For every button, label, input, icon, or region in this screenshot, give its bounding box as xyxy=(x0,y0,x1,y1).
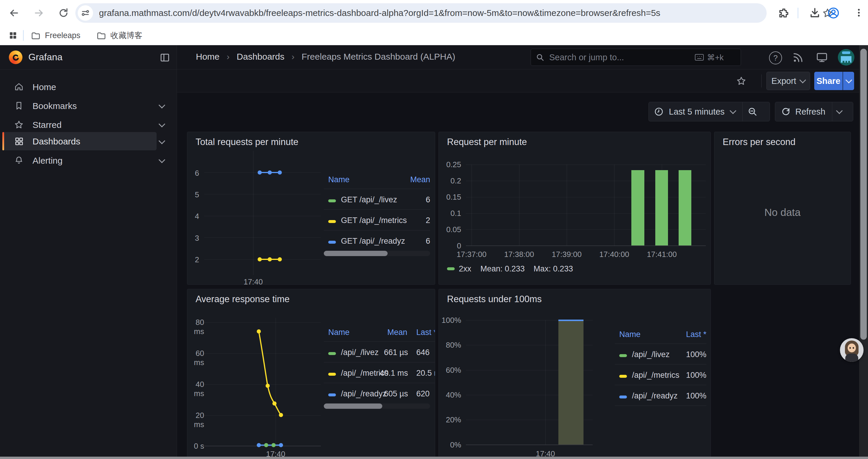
data-point xyxy=(279,413,283,417)
news-rss-icon[interactable] xyxy=(793,52,804,63)
legend-series-mean: 40.1 ms xyxy=(377,369,408,378)
chevron-down-icon[interactable] xyxy=(159,138,165,144)
y-tick: 20% xyxy=(439,415,461,424)
apps-grid-icon[interactable] xyxy=(8,31,18,40)
legend-header-last[interactable]: Last * xyxy=(416,328,435,337)
bookmark-folder-blogs[interactable]: 收藏博客 xyxy=(96,30,143,41)
refresh-icon xyxy=(781,107,790,117)
legend-header-last[interactable]: Last * xyxy=(686,330,706,339)
legend-scrollbar-thumb[interactable] xyxy=(324,251,388,256)
legend-series-name[interactable]: GET /api/_/metrics xyxy=(341,216,407,225)
legend-scrollbar[interactable] xyxy=(324,403,430,409)
bar-2xx[interactable] xyxy=(679,170,691,245)
sidebar-item-bookmarks[interactable]: Bookmarks xyxy=(2,97,157,114)
time-range-picker[interactable]: Last 5 minutes xyxy=(649,102,770,121)
legend-scrollbar[interactable] xyxy=(324,251,430,256)
panel-title[interactable]: Request per minute xyxy=(447,137,527,147)
legend-series-name[interactable]: /api/_/readyz xyxy=(632,391,678,400)
panel-total-requests[interactable]: Total requests per minute 6 5 4 3 2 xyxy=(187,132,435,285)
area-bar-100pct[interactable] xyxy=(558,320,584,445)
breadcrumb-home[interactable]: Home xyxy=(196,52,219,62)
profile-icon[interactable] xyxy=(827,7,840,19)
page-scrollbar-thumb[interactable] xyxy=(860,49,867,340)
extensions-icon[interactable] xyxy=(778,7,790,19)
panel-avg-response-time[interactable]: Average response time 80 ms 60 ms 40 ms … xyxy=(187,289,435,457)
plot-area[interactable] xyxy=(204,318,321,446)
chevron-down-icon[interactable] xyxy=(159,157,165,163)
panel-title[interactable]: Requests under 100ms xyxy=(447,294,542,304)
panel-errors-per-second[interactable]: Errors per second No data xyxy=(714,132,851,285)
data-point xyxy=(257,443,261,447)
legend-header-name[interactable]: Name xyxy=(328,328,349,337)
plot-area[interactable] xyxy=(466,319,593,445)
chevron-down-icon[interactable] xyxy=(159,102,165,109)
legend-series-name[interactable]: GET /api/_/livez xyxy=(341,195,397,204)
help-icon[interactable]: ? xyxy=(769,52,782,64)
legend-series-name[interactable]: 2xx xyxy=(459,264,471,273)
monitor-icon[interactable] xyxy=(816,52,828,63)
assistant-avatar-overlay[interactable] xyxy=(840,338,864,362)
reload-icon[interactable] xyxy=(58,7,69,19)
refresh-button[interactable]: Refresh xyxy=(775,102,853,121)
zoom-out-icon[interactable] xyxy=(747,107,757,117)
x-tick: 17:40 xyxy=(261,450,290,457)
panel-request-per-minute[interactable]: Request per minute 0.25 0.2 0.15 0.1 0.0… xyxy=(438,132,711,285)
legend-series-name[interactable]: /api/_/livez xyxy=(632,350,670,359)
url-input[interactable] xyxy=(99,8,743,18)
legend-series-name[interactable]: /api/_/livez xyxy=(341,348,379,357)
sidebar-item-alerting[interactable]: Alerting xyxy=(2,152,157,169)
panel-requests-under-100ms[interactable]: Requests under 100ms 100% 80% 60% 40% 20… xyxy=(438,289,711,457)
panel-title[interactable]: Total requests per minute xyxy=(195,137,299,147)
avatar-eye xyxy=(852,347,854,349)
export-button[interactable]: Export xyxy=(766,72,810,90)
sidebar-item-home[interactable]: Home xyxy=(2,78,157,95)
bar-2xx[interactable] xyxy=(631,170,644,245)
legend-max: Max: 0.233 xyxy=(533,264,573,273)
search-input[interactable] xyxy=(549,52,656,63)
star-icon xyxy=(14,120,24,129)
chevron-down-icon[interactable] xyxy=(159,121,165,128)
legend-series-last: 20.5 ms xyxy=(416,369,435,378)
favorite-star-icon[interactable] xyxy=(736,76,746,86)
chevron-down-icon xyxy=(800,77,806,84)
breadcrumb-dashboards[interactable]: Dashboards xyxy=(237,52,284,62)
screen: Freeleaps 收藏博客 Grafana Home Bookmarks S xyxy=(0,0,868,459)
series-color-pill xyxy=(447,267,455,270)
plot-area[interactable] xyxy=(204,151,321,275)
panel-title[interactable]: Errors per second xyxy=(723,137,795,147)
avatar-body xyxy=(845,354,858,362)
x-tick: 17:39:00 xyxy=(549,250,584,259)
series-color-pill xyxy=(328,241,336,244)
legend-series-name[interactable]: GET /api/_/readyz xyxy=(341,237,405,246)
legend-header-name[interactable]: Name xyxy=(328,175,349,184)
back-icon[interactable] xyxy=(8,7,20,19)
y-tick: 0.2 xyxy=(439,176,461,186)
horizontal-scrollbar[interactable] xyxy=(0,457,868,459)
forward-icon[interactable] xyxy=(33,7,44,19)
share-button[interactable]: Share xyxy=(814,72,843,90)
legend-header-name[interactable]: Name xyxy=(619,330,641,339)
panel-title[interactable]: Average response time xyxy=(195,294,289,304)
search-box[interactable]: ⌘+k xyxy=(531,49,741,66)
legend-series-last: 646 xyxy=(416,348,430,357)
kebab-menu-icon[interactable] xyxy=(854,8,864,18)
bar-2xx[interactable] xyxy=(655,170,668,245)
plot-area[interactable] xyxy=(466,161,706,246)
legend-header-mean[interactable]: Mean xyxy=(410,175,430,184)
data-point xyxy=(278,170,282,174)
omnibox[interactable] xyxy=(75,3,767,23)
site-settings-icon[interactable] xyxy=(81,8,90,18)
sidebar-collapse-icon[interactable] xyxy=(159,52,170,63)
legend-series-name[interactable]: /api/_/metrics xyxy=(632,371,680,380)
page-scrollbar[interactable] xyxy=(859,45,868,457)
home-icon xyxy=(14,82,24,92)
download-icon[interactable] xyxy=(809,7,821,19)
user-avatar[interactable] xyxy=(838,49,855,66)
sidebar-item-dashboards[interactable]: Dashboards xyxy=(2,132,157,150)
legend-scrollbar-thumb[interactable] xyxy=(324,403,382,409)
legend-header-mean[interactable]: Mean xyxy=(387,328,407,337)
share-menu-button[interactable] xyxy=(843,72,854,90)
grafana-logo[interactable] xyxy=(9,51,23,64)
sidebar-item-starred[interactable]: Starred xyxy=(2,117,157,133)
bookmark-folder-freeleaps[interactable]: Freeleaps xyxy=(31,30,80,41)
